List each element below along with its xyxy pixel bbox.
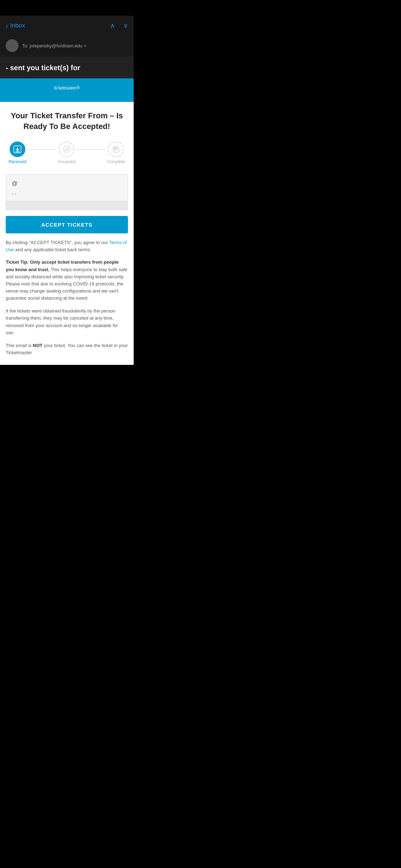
- ticket-info-box: @ , ,: [6, 174, 128, 201]
- down-arrow-button[interactable]: ∨: [123, 22, 128, 30]
- fraud-paragraph: If the tickets were obtained fraudulentl…: [6, 308, 128, 336]
- flag-icon: [112, 146, 119, 153]
- email-header: To: jotepensky@fordham.edu >: [0, 36, 134, 57]
- up-arrow-button[interactable]: ∧: [110, 22, 115, 30]
- check-icon: [63, 146, 70, 153]
- email-to-text: To: jotepensky@fordham.edu >: [22, 43, 87, 48]
- accept-tickets-button[interactable]: ACCEPT TICKETS: [6, 216, 128, 233]
- progress-line-1: [28, 149, 56, 150]
- step-complete-circle: [108, 141, 124, 157]
- svg-point-4: [113, 146, 119, 153]
- ticket-info-comma: , ,: [12, 190, 122, 195]
- not-ticket-before: This email is: [6, 343, 33, 348]
- ticket-tip-paragraph: Ticket Tip: Only accept ticket transfers…: [6, 259, 128, 302]
- tm-logo-suffix: ®: [76, 85, 80, 91]
- step-complete: Complete: [107, 141, 125, 164]
- nav-bar: ‹ Inbox ∧ ∨: [0, 16, 134, 36]
- ticketmaster-header: ticketmaster®: [0, 78, 134, 102]
- not-ticket-paragraph: This email is NOT your ticket. You can s…: [6, 342, 128, 356]
- terms-text-after: and any applicable ticket back terms.: [14, 247, 91, 252]
- progress-track: Received Accepted Complete: [6, 141, 128, 164]
- download-icon: [14, 145, 21, 153]
- step-accepted-circle: [59, 141, 74, 157]
- step-received-label: Received: [9, 159, 26, 164]
- progress-line-2: [77, 149, 106, 150]
- to-label: To:: [22, 43, 28, 48]
- bottom-bar: [0, 365, 134, 377]
- svg-point-3: [63, 146, 70, 153]
- chevron-left-icon: ‹: [6, 22, 8, 30]
- email-to-row: To: jotepensky@fordham.edu >: [6, 39, 128, 52]
- email-content: Your Ticket Transfer From – Is Ready To …: [0, 102, 134, 365]
- step-received: Received: [9, 141, 26, 164]
- ticketmaster-logo: ticketmaster®: [54, 85, 80, 95]
- ticket-info-at: @: [12, 180, 122, 187]
- terms-text-before: By clicking "ACCEPT TICKETS", you agree …: [6, 240, 109, 245]
- step-received-circle: [10, 141, 25, 157]
- inbox-label: Inbox: [10, 22, 25, 29]
- not-bold: NOT: [33, 343, 42, 348]
- nav-arrows: ∧ ∨: [110, 22, 128, 30]
- step-accepted: Accepted: [58, 141, 76, 164]
- terms-paragraph: By clicking "ACCEPT TICKETS", you agree …: [6, 239, 128, 253]
- email-subject: - sent you ticket(s) for: [0, 57, 134, 78]
- email-subject-text: - sent you ticket(s) for: [6, 64, 128, 72]
- transfer-title: Your Ticket Transfer From – Is Ready To …: [6, 110, 128, 131]
- step-accepted-label: Accepted: [58, 159, 76, 164]
- ticket-info-bottom: [6, 201, 128, 210]
- status-bar: [0, 0, 134, 16]
- back-button[interactable]: ‹ Inbox: [6, 22, 25, 30]
- avatar: [6, 39, 19, 52]
- step-complete-label: Complete: [107, 159, 125, 164]
- to-address: jotepensky@fordham.edu >: [30, 43, 87, 48]
- tm-logo-text: ticketmaster: [54, 85, 76, 91]
